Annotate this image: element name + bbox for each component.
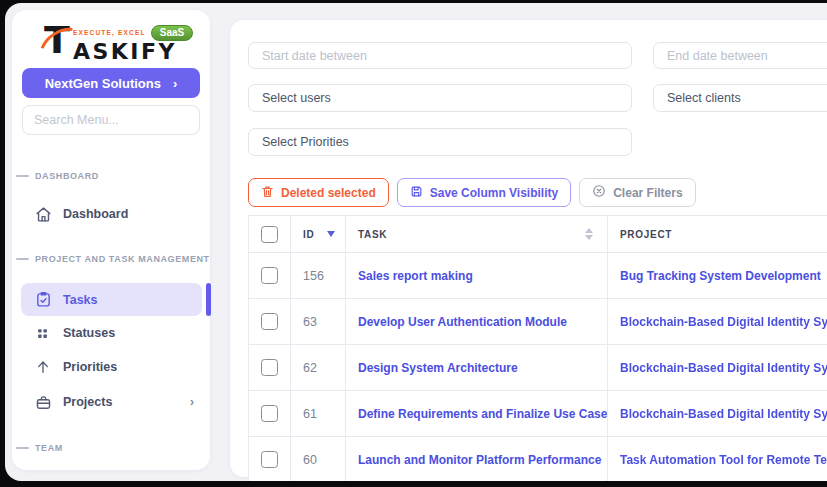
save-icon bbox=[410, 185, 423, 201]
x-circle-icon bbox=[592, 184, 606, 201]
chevron-right-icon: › bbox=[190, 395, 194, 409]
sidebar-item-tasks[interactable]: Tasks bbox=[21, 283, 202, 316]
sidebar-item-statuses[interactable]: Statuses bbox=[12, 318, 210, 348]
home-icon bbox=[35, 206, 52, 223]
section-dash-icon bbox=[16, 447, 29, 449]
save-column-visibility-button[interactable]: Save Column Visibility bbox=[397, 178, 571, 207]
select-all-checkbox[interactable] bbox=[261, 226, 278, 243]
row-checkbox[interactable] bbox=[261, 359, 278, 376]
project-link[interactable]: Blockchain-Based Digital Identity System bbox=[620, 315, 827, 329]
table-row: 60 Launch and Monitor Platform Performan… bbox=[249, 436, 827, 481]
table-row: 61 Define Requirements and Finalize Use … bbox=[249, 390, 827, 436]
taskify-logo: T EXECUTE, EXCEL SaaS ASKIFY bbox=[44, 20, 193, 64]
start-date-filter-input[interactable] bbox=[248, 42, 632, 69]
column-header-project[interactable]: PROJECT bbox=[608, 216, 827, 252]
row-checkbox[interactable] bbox=[261, 451, 278, 468]
section-dash-icon bbox=[16, 258, 29, 260]
table-row: 62 Design System Architecture Blockchain… bbox=[249, 344, 827, 390]
table-toolbar: Deleted selected Save Column Visibility … bbox=[248, 178, 696, 207]
task-id: 62 bbox=[291, 345, 346, 390]
task-id: 61 bbox=[291, 391, 346, 436]
sidebar-item-dashboard[interactable]: Dashboard bbox=[12, 199, 210, 229]
tasks-icon bbox=[35, 291, 52, 308]
screen-frame: T EXECUTE, EXCEL SaaS ASKIFY NextGen Sol… bbox=[0, 0, 827, 487]
row-checkbox[interactable] bbox=[261, 405, 278, 422]
arrow-up-icon bbox=[35, 359, 52, 376]
project-link[interactable]: Blockchain-Based Digital Identity System bbox=[620, 407, 827, 421]
table-header-row: ID TASK PROJECT bbox=[249, 216, 827, 252]
trash-icon bbox=[261, 185, 274, 201]
sort-desc-icon bbox=[327, 231, 335, 237]
task-id: 60 bbox=[291, 437, 346, 481]
section-dash-icon bbox=[16, 175, 29, 177]
sidebar-item-priorities[interactable]: Priorities bbox=[12, 352, 210, 382]
chevron-right-icon: › bbox=[173, 76, 177, 91]
task-link[interactable]: Launch and Monitor Platform Performance bbox=[358, 453, 601, 467]
project-link[interactable]: Blockchain-Based Digital Identity System bbox=[620, 361, 827, 375]
task-link[interactable]: Define Requirements and Finalize Use Cas… bbox=[358, 407, 608, 421]
section-project-task-management: PROJECT AND TASK MANAGEMENT bbox=[12, 252, 210, 266]
main-content: Select users Select clients Select Prior… bbox=[230, 20, 827, 477]
workspace-button-label: NextGen Solutions bbox=[45, 76, 161, 91]
task-id: 156 bbox=[291, 253, 346, 298]
end-date-filter-input[interactable] bbox=[653, 42, 827, 69]
workspace-button[interactable]: NextGen Solutions › bbox=[22, 68, 200, 98]
section-team: TEAM bbox=[12, 441, 210, 455]
column-header-id[interactable]: ID bbox=[291, 216, 346, 252]
app-window: T EXECUTE, EXCEL SaaS ASKIFY NextGen Sol… bbox=[5, 3, 827, 481]
select-clients-dropdown[interactable]: Select clients bbox=[653, 84, 827, 112]
project-link[interactable]: Task Automation Tool for Remote Teams bbox=[620, 453, 827, 467]
task-id: 63 bbox=[291, 299, 346, 344]
grid-icon bbox=[35, 325, 52, 342]
briefcase-icon bbox=[35, 394, 52, 411]
task-link[interactable]: Design System Architecture bbox=[358, 361, 518, 375]
select-priorities-dropdown[interactable]: Select Priorities bbox=[248, 128, 632, 156]
row-checkbox[interactable] bbox=[261, 267, 278, 284]
section-dashboard: DASHBOARD bbox=[12, 169, 210, 183]
table-row: 63 Develop User Authentication Module Bl… bbox=[249, 298, 827, 344]
delete-selected-button[interactable]: Deleted selected bbox=[248, 178, 389, 207]
column-header-task[interactable]: TASK bbox=[346, 216, 608, 252]
task-link[interactable]: Develop User Authentication Module bbox=[358, 315, 567, 329]
clear-filters-button[interactable]: Clear Filters bbox=[579, 178, 695, 207]
active-item-indicator bbox=[206, 283, 211, 316]
menu-search-input[interactable] bbox=[22, 105, 200, 135]
row-checkbox[interactable] bbox=[261, 313, 278, 330]
sort-icon bbox=[585, 228, 593, 240]
sidebar-item-projects[interactable]: Projects › bbox=[12, 387, 210, 417]
select-users-dropdown[interactable]: Select users bbox=[248, 84, 632, 112]
project-link[interactable]: Bug Tracking System Development bbox=[620, 269, 821, 283]
sidebar: T EXECUTE, EXCEL SaaS ASKIFY NextGen Sol… bbox=[12, 10, 210, 470]
logo-wordmark: ASKIFY bbox=[73, 40, 193, 64]
task-link[interactable]: Sales report making bbox=[358, 269, 473, 283]
logo-letter-t: T bbox=[44, 20, 70, 60]
tasks-table: ID TASK PROJECT 156 Sales report making bbox=[248, 215, 827, 481]
table-row: 156 Sales report making Bug Tracking Sys… bbox=[249, 252, 827, 298]
